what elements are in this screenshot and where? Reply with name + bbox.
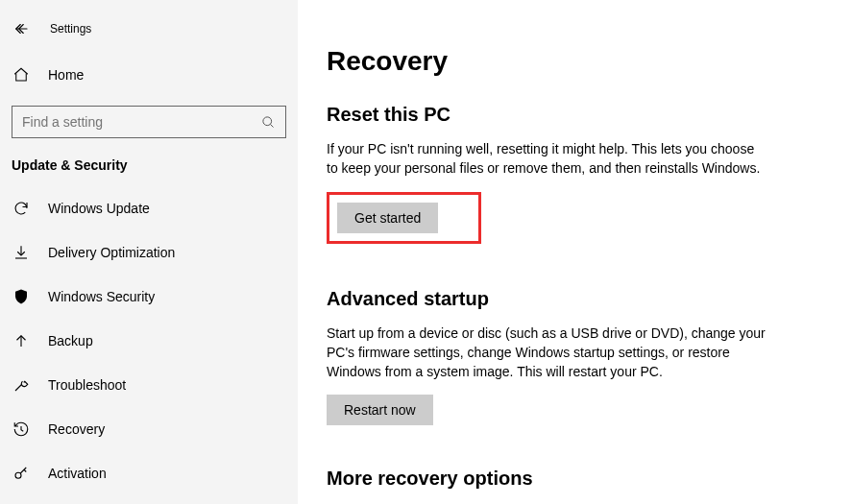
search-box[interactable] (12, 106, 286, 138)
back-button[interactable] (10, 17, 33, 40)
wrench-icon (12, 375, 31, 395)
settings-title: Settings (50, 22, 91, 36)
arrow-up-icon (12, 331, 31, 350)
reset-body: If your PC isn't running well, resetting… (327, 139, 768, 179)
nav-label: Troubleshoot (48, 377, 126, 393)
nav-label: Recovery (48, 421, 105, 437)
section-more: More recovery options (327, 468, 823, 490)
svg-point-0 (263, 116, 272, 125)
nav-label: Delivery Optimization (48, 245, 175, 260)
shield-icon (12, 287, 31, 306)
nav-item-windows-update[interactable]: Windows Update (0, 186, 298, 230)
section-advanced: Advanced startup Start up from a device … (327, 288, 823, 426)
section-reset: Reset this PC If your PC isn't running w… (327, 104, 823, 288)
nav-label: Activation (48, 466, 107, 481)
page-title: Recovery (327, 46, 823, 77)
nav-item-delivery-optimization[interactable]: Delivery Optimization (0, 230, 298, 275)
nav-label: Backup (48, 333, 93, 348)
advanced-body: Start up from a device or disc (such as … (327, 324, 768, 382)
nav-item-recovery[interactable]: Recovery (0, 407, 298, 451)
home-icon (12, 65, 31, 84)
history-icon (12, 420, 31, 439)
home-nav[interactable]: Home (0, 54, 298, 96)
search-icon (261, 115, 276, 130)
advanced-heading: Advanced startup (327, 288, 823, 310)
header-row: Settings (0, 10, 298, 48)
svg-line-1 (270, 124, 273, 127)
get-started-button[interactable]: Get started (337, 203, 438, 233)
nav-item-backup[interactable]: Backup (0, 319, 298, 363)
more-heading: More recovery options (327, 468, 823, 490)
nav-item-troubleshoot[interactable]: Troubleshoot (0, 363, 298, 407)
nav-item-activation[interactable]: Activation (0, 451, 298, 495)
download-icon (12, 243, 31, 262)
nav-label: Windows Update (48, 201, 150, 216)
sync-icon (12, 199, 31, 218)
nav-item-windows-security[interactable]: Windows Security (0, 275, 298, 319)
restart-now-button[interactable]: Restart now (327, 395, 433, 425)
search-input[interactable] (22, 114, 237, 130)
svg-point-2 (15, 472, 21, 478)
nav-label: Windows Security (48, 289, 155, 304)
home-label: Home (48, 67, 84, 83)
nav-list: Windows Update Delivery Optimization Win… (0, 186, 298, 495)
key-icon (12, 464, 31, 483)
highlight-frame: Get started (327, 192, 481, 244)
sidebar: Settings Home Update & Security Windows … (0, 0, 298, 504)
reset-heading: Reset this PC (327, 104, 823, 126)
content-area: Recovery Reset this PC If your PC isn't … (298, 0, 852, 504)
category-label: Update & Security (0, 152, 298, 186)
arrow-left-icon (12, 20, 30, 37)
